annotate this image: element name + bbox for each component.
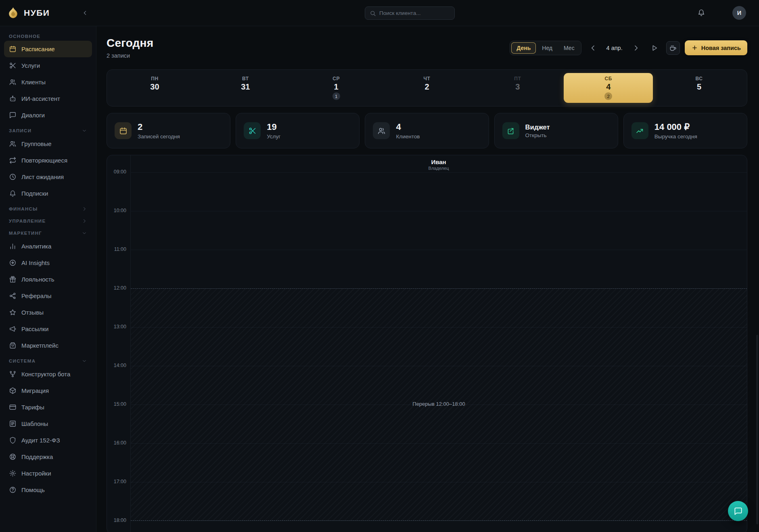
sidebar-item-otzyvy[interactable]: Отзывы (4, 304, 92, 321)
sidebar-section-sistema[interactable]: СИСТЕМА (4, 354, 92, 366)
sidebar-item-ii-assistent[interactable]: ИИ-ассистент (4, 90, 92, 107)
bar-chart-icon (9, 242, 17, 250)
sidebar-item-label: Аналитика (21, 243, 51, 250)
page-scrollbar[interactable] (756, 335, 758, 524)
page-header: Сегодня 2 записи День Нед Мес 4 апр. (107, 37, 747, 59)
time-label: 13:00 (107, 324, 126, 330)
sidebar-item-label: Услуги (21, 62, 40, 69)
view-switcher: День Нед Мес (510, 41, 581, 55)
sidebar-item-konstruktor-bota[interactable]: Конструктор бота (4, 366, 92, 382)
next-day-button[interactable] (629, 41, 643, 55)
day-cell-wed[interactable]: СР 1 1 (292, 73, 381, 103)
support-chat-button[interactable] (728, 501, 748, 521)
sidebar-item-label: Расписание (21, 46, 55, 52)
megaphone-icon (9, 325, 17, 333)
section-label: СИСТЕМА (9, 359, 36, 363)
sidebar-item-label: Подписки (21, 190, 48, 197)
sidebar-section-osnovnoe: ОСНОВНОЕ (4, 29, 92, 41)
sidebar-item-label: Аудит 152-ФЗ (21, 437, 60, 444)
calendar-day-view[interactable]: Иван Владелец 09:00 10:00 11:00 12:00 13… (107, 155, 747, 532)
chevron-left-icon (82, 10, 88, 16)
play-button[interactable] (648, 41, 661, 55)
users-icon (9, 78, 17, 86)
stat-text: 14 000 ₽ Выручка сегодня (654, 122, 697, 140)
week-strip: ПН 30 ВТ 31 СР 1 1 ЧТ 2 ПТ 3 СБ 4 (107, 69, 747, 106)
stat-value: 14 000 ₽ (654, 122, 697, 132)
avatar[interactable]: И (732, 6, 746, 20)
bookings-badge: 1 (332, 92, 340, 100)
sidebar-item-podpiski[interactable]: Подписки (4, 185, 92, 202)
sidebar-item-pomoshch[interactable]: Помощь (4, 482, 92, 498)
day-cell-fri[interactable]: ПТ 3 (473, 73, 562, 103)
sidebar-collapse-button[interactable] (82, 10, 88, 16)
sidebar-item-klienty[interactable]: Клиенты (4, 74, 92, 90)
section-label: ОСНОВНОЕ (9, 34, 40, 39)
chevron-down-icon (82, 128, 87, 134)
sidebar-section-zapisi[interactable]: ЗАПИСИ (4, 123, 92, 136)
day-number: 2 (424, 82, 429, 92)
tab-day[interactable]: День (511, 42, 536, 54)
brand: НУБИ (0, 0, 96, 26)
sidebar-section-finansy[interactable]: ФИНАНСЫ (4, 202, 92, 214)
day-cell-sat-selected[interactable]: СБ 4 2 (564, 73, 653, 103)
stat-label: Клиентов (396, 134, 420, 140)
chat-bubble-icon (734, 507, 743, 516)
sidebar-item-migratsiya[interactable]: Миграция (4, 382, 92, 399)
sparkle-icon (9, 259, 17, 267)
break-block: Перерыв 12:00–18:00 (131, 288, 747, 521)
sidebar-item-ai-insights[interactable]: AI Insights (4, 255, 92, 271)
flow-nodes-icon (9, 370, 17, 378)
stat-label: Записей сегодня (138, 134, 180, 140)
time-label: 10:00 (107, 208, 126, 213)
brand-name: НУБИ (24, 8, 50, 18)
sidebar-item-dialogi[interactable]: Диалоги (4, 107, 92, 123)
sidebar-item-analitika[interactable]: Аналитика (4, 238, 92, 255)
sidebar-section-marketing[interactable]: МАРКЕТИНГ (4, 226, 92, 238)
stat-card-widget[interactable]: Виджет Открыть (494, 113, 618, 148)
topbar: НУБИ И (0, 0, 759, 26)
sidebar-item-label: AI Insights (21, 259, 50, 266)
sidebar-item-marketpleys[interactable]: Маркетплейс (4, 337, 92, 354)
time-label: 09:00 (107, 169, 126, 175)
day-name: ВС (696, 76, 703, 81)
sidebar-item-tarify[interactable]: Тарифы (4, 399, 92, 415)
sidebar-item-audit-152-fz[interactable]: Аудит 152-ФЗ (4, 432, 92, 449)
sidebar-item-shablony[interactable]: Шаблоны (4, 415, 92, 432)
sidebar-item-uslugi[interactable]: Услуги (4, 57, 92, 74)
new-record-button[interactable]: Новая запись (685, 40, 747, 55)
scissors-icon (9, 62, 17, 69)
day-number: 4 (606, 82, 611, 92)
chevron-left-icon (589, 44, 597, 52)
sidebar-item-loyalnost[interactable]: Лояльность (4, 271, 92, 288)
sidebar-item-label: Групповые (21, 140, 52, 147)
tab-month[interactable]: Мес (558, 42, 580, 54)
sidebar-item-referaly[interactable]: Рефералы (4, 288, 92, 304)
share-icon (9, 292, 17, 300)
sidebar-item-gruppovye[interactable]: Групповые (4, 136, 92, 152)
day-name: СБ (604, 76, 612, 81)
sidebar-item-rassylki[interactable]: Рассылки (4, 321, 92, 337)
break-button[interactable] (666, 41, 680, 55)
sidebar-item-raspisanie[interactable]: Расписание (4, 41, 92, 57)
search-input[interactable] (379, 10, 450, 16)
tab-week[interactable]: Нед (537, 42, 558, 54)
sidebar-item-nastroyki[interactable]: Настройки (4, 465, 92, 482)
stat-value: Виджет (525, 123, 550, 131)
prev-day-button[interactable] (586, 41, 600, 55)
day-cell-mon[interactable]: ПН 30 (110, 73, 199, 103)
records-count: 2 записи (107, 52, 153, 59)
notifications-button[interactable] (697, 8, 705, 18)
stat-label: Открыть (525, 132, 550, 138)
day-name: ПТ (514, 76, 521, 81)
sidebar-section-upravlenie[interactable]: УПРАВЛЕНИЕ (4, 214, 92, 226)
day-cell-thu[interactable]: ЧТ 2 (383, 73, 472, 103)
gear-icon (9, 469, 17, 477)
sidebar-item-povtoryayushchiesya[interactable]: Повторяющиеся (4, 152, 92, 169)
day-cell-sun[interactable]: ВС 5 (654, 73, 744, 103)
sidebar-item-list-ozhidaniya[interactable]: Лист ожидания (4, 169, 92, 185)
time-label: 12:00 (107, 285, 126, 291)
page-title: Сегодня (107, 37, 153, 50)
sidebar-item-podderzhka[interactable]: Поддержка (4, 449, 92, 465)
day-cell-tue[interactable]: ВТ 31 (201, 73, 290, 103)
day-name: ЧТ (424, 76, 431, 81)
